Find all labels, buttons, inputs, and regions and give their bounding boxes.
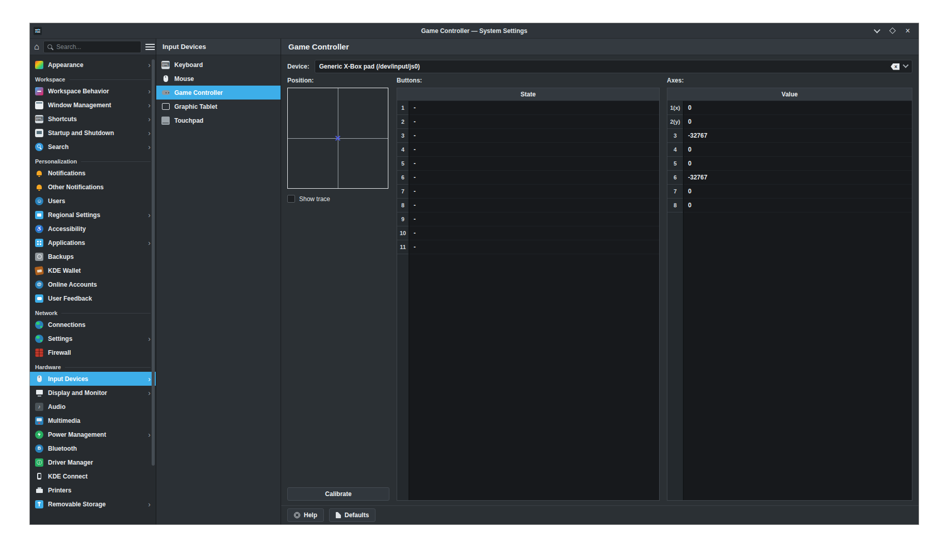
printers-icon xyxy=(35,486,43,495)
home-icon[interactable]: ⌂ xyxy=(34,41,39,53)
main-panel: Game Controller Device: Generic X-Box pa… xyxy=(281,39,919,524)
button-state-cell: - xyxy=(410,115,659,129)
axis-value-cell: 0 xyxy=(684,101,912,115)
touchpad-icon xyxy=(161,117,170,125)
button-row-number: 8 xyxy=(397,199,408,212)
show-trace-row[interactable]: Show trace xyxy=(287,195,389,203)
device-combobox[interactable]: Generic X-Box pad (/dev/input/js0) xyxy=(315,60,912,73)
sidebar-item-firewall[interactable]: Firewall xyxy=(30,345,156,359)
defaults-button[interactable]: Defaults xyxy=(329,508,375,522)
display-monitor-icon xyxy=(35,389,43,397)
axis-row-number: 4 xyxy=(667,143,683,157)
sidebar-item-other-notifications[interactable]: Other Notifications xyxy=(30,180,156,194)
sidebar-item-backups[interactable]: Backups xyxy=(30,250,156,263)
button-state-cell: - xyxy=(410,185,659,199)
button-row-number: 10 xyxy=(397,226,408,240)
sidebar-item-driver-manager[interactable]: Driver Manager xyxy=(30,455,156,469)
button-state-cell: - xyxy=(410,157,659,171)
sidebar-item-connections[interactable]: Connections xyxy=(30,318,156,332)
sidebar-item-accessibility[interactable]: Accessibility xyxy=(30,222,156,236)
sidebar-item-audio[interactable]: Audio xyxy=(30,400,156,414)
sidebar-item-bluetooth[interactable]: Bluetooth xyxy=(30,441,156,455)
search-icon xyxy=(47,44,52,49)
button-state-cell: - xyxy=(410,240,659,254)
section-title: Personalization xyxy=(35,158,77,164)
sidebar-list: Appearance Workspace Workspace Behavior … xyxy=(30,55,156,524)
axis-row-number: 8 xyxy=(667,199,683,212)
sidebar-item-notifications[interactable]: Notifications xyxy=(30,166,156,180)
axis-row-number: 5 xyxy=(667,157,683,171)
button-row-number: 4 xyxy=(397,143,408,157)
sidebar-item-search[interactable]: Search xyxy=(30,140,156,154)
category-panel: Input Devices Keyboard Mouse Game Contro… xyxy=(156,39,281,524)
sidebar-item-kde-wallet[interactable]: KDE Wallet xyxy=(30,263,156,277)
sidebar-item-label: Other Notifications xyxy=(48,184,151,191)
search-input[interactable] xyxy=(55,43,137,51)
window-controls xyxy=(873,27,919,35)
buttons-label: Buttons: xyxy=(397,77,660,86)
menu-icon[interactable] xyxy=(145,44,155,50)
firewall-icon xyxy=(35,349,43,357)
game-controller-icon xyxy=(161,89,170,97)
sidebar-item-display-and-monitor[interactable]: Display and Monitor xyxy=(30,386,156,400)
sidebar-toolbar: ⌂ xyxy=(30,39,156,55)
sidebar-item-shortcuts[interactable]: Shortcuts xyxy=(30,112,156,126)
sidebar-item-label: Power Management xyxy=(48,431,143,438)
axis-value-cell: -32767 xyxy=(684,171,912,185)
sidebar-item-user-feedback[interactable]: User Feedback xyxy=(30,291,156,305)
sidebar-item-multimedia[interactable]: Multimedia xyxy=(30,414,156,427)
buttons-row-header-column: 1 2 3 4 5 6 7 8 9 10 xyxy=(397,101,410,500)
sidebar-item-input-devices[interactable]: Input Devices xyxy=(30,372,156,386)
mouse-icon xyxy=(161,75,170,83)
button-state-cell: - xyxy=(410,143,659,157)
sidebar-item-window-management[interactable]: Window Management xyxy=(30,98,156,112)
minimize-icon[interactable] xyxy=(873,27,880,35)
clear-icon[interactable] xyxy=(891,63,899,70)
category-item-graphic-tablet[interactable]: Graphic Tablet xyxy=(156,100,281,113)
show-trace-checkbox[interactable] xyxy=(287,195,295,203)
sidebar-item-network-settings[interactable]: Settings xyxy=(30,332,156,345)
sidebar-item-appearance[interactable]: Appearance xyxy=(30,58,156,72)
accessibility-icon xyxy=(35,225,43,233)
sidebar-item-regional-settings[interactable]: Regional Settings xyxy=(30,208,156,222)
category-item-game-controller[interactable]: Game Controller xyxy=(156,86,281,100)
sidebar-item-power-management[interactable]: Power Management xyxy=(30,427,156,441)
chevron-right-icon xyxy=(148,389,151,397)
sidebar-item-printers[interactable]: Printers xyxy=(30,483,156,497)
sidebar-item-kde-connect[interactable]: KDE Connect xyxy=(30,469,156,483)
sidebar-item-startup-and-shutdown[interactable]: Startup and Shutdown xyxy=(30,126,156,140)
help-icon xyxy=(294,512,300,518)
user-feedback-icon xyxy=(35,294,43,303)
sidebar-item-users[interactable]: Users xyxy=(30,194,156,208)
footer: Help Defaults xyxy=(281,505,919,524)
sidebar-section-hardware: Hardware xyxy=(35,364,151,370)
shortcuts-icon xyxy=(35,115,43,123)
sidebar-item-label: Workspace Behavior xyxy=(48,88,143,95)
close-icon[interactable] xyxy=(904,27,911,35)
sidebar-item-applications[interactable]: Applications xyxy=(30,236,156,250)
chevron-right-icon xyxy=(148,143,151,151)
sidebar-item-removable-storage[interactable]: Removable Storage xyxy=(30,497,156,511)
category-item-mouse[interactable]: Mouse xyxy=(156,72,281,86)
sidebar-item-workspace-behavior[interactable]: Workspace Behavior xyxy=(30,84,156,98)
button-row-number: 2 xyxy=(397,115,408,129)
sidebar-item-online-accounts[interactable]: Online Accounts xyxy=(30,277,156,291)
defaults-button-label: Defaults xyxy=(345,512,369,519)
axes-values-column: 0 0 -32767 0 0 -32767 0 0 xyxy=(684,101,912,500)
calibrate-button[interactable]: Calibrate xyxy=(287,487,389,501)
button-state-cell: - xyxy=(410,199,659,212)
category-item-touchpad[interactable]: Touchpad xyxy=(156,113,281,127)
button-state-cell: - xyxy=(410,129,659,143)
sidebar-item-label: Multimedia xyxy=(48,417,151,424)
titlebar[interactable]: Game Controller — System Settings xyxy=(30,23,919,39)
category-item-keyboard[interactable]: Keyboard xyxy=(156,58,281,72)
sidebar-scrollbar[interactable] xyxy=(152,59,155,466)
search-box[interactable] xyxy=(43,41,141,53)
axes-row-header-column: 1(x) 2(y) 3 4 5 6 7 8 xyxy=(667,101,684,500)
chevron-right-icon xyxy=(148,375,151,383)
sidebar-item-label: Connections xyxy=(48,321,151,328)
system-settings-window: Game Controller — System Settings ⌂ Appe… xyxy=(30,23,919,524)
help-button[interactable]: Help xyxy=(287,508,324,522)
network-settings-icon xyxy=(35,335,43,343)
maximize-icon[interactable] xyxy=(889,27,896,35)
